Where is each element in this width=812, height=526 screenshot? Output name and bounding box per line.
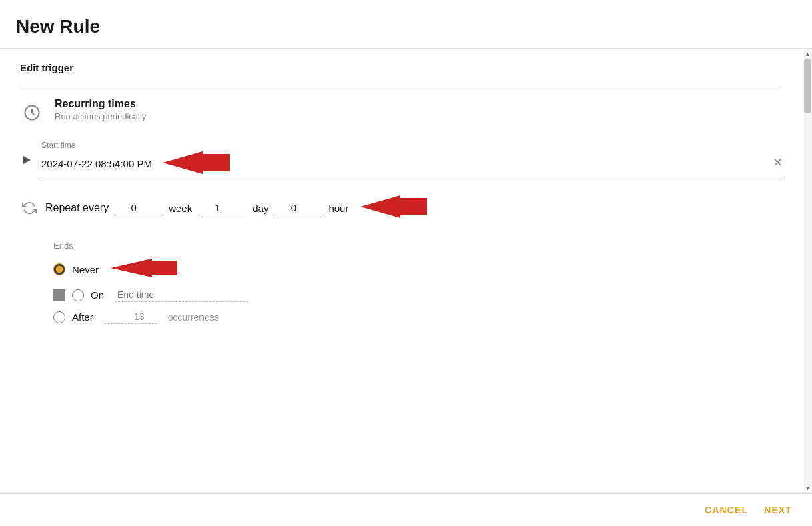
scrollbar[interactable]: ▲ ▼	[803, 49, 812, 493]
days-input[interactable]	[199, 201, 246, 215]
repeat-every-row: Repeat every week day hour	[20, 195, 783, 221]
arrow-annotation-repeat	[360, 195, 427, 221]
ends-label: Ends	[53, 241, 783, 251]
cancel-button[interactable]: CANCEL	[705, 505, 748, 515]
arrow-annotation-start	[163, 151, 230, 176]
svg-marker-4	[111, 259, 177, 277]
hour-unit-label: hour	[328, 203, 348, 214]
next-button[interactable]: NEXT	[764, 505, 792, 515]
dialog: New Rule Edit trigger Recurring times Ru…	[0, 0, 812, 526]
repeat-icon	[20, 199, 39, 217]
arrow-annotation-never	[111, 259, 177, 280]
scroll-down-button[interactable]: ▼	[803, 483, 813, 493]
after-row: After occurrences	[53, 310, 783, 324]
hours-input[interactable]	[275, 201, 322, 215]
weeks-input[interactable]	[115, 201, 162, 215]
play-icon[interactable]	[20, 153, 33, 167]
trigger-content: Recurring times Run actions periodically	[55, 98, 783, 121]
on-extra	[115, 288, 248, 302]
svg-marker-2	[163, 151, 230, 174]
day-unit-label: day	[252, 203, 268, 214]
trigger-type-row: Recurring times Run actions periodically	[20, 98, 783, 125]
radio-on[interactable]	[72, 289, 84, 301]
stop-icon	[53, 289, 65, 301]
clear-start-time-button[interactable]: ✕	[773, 155, 783, 170]
start-time-row: Start time 2024-07-22 08:54:00 PM ✕	[20, 141, 783, 179]
after-extra: occurrences	[104, 310, 219, 324]
scroll-up-button[interactable]: ▲	[803, 49, 813, 59]
content-area: Edit trigger Recurring times Run actions…	[0, 49, 803, 493]
dialog-footer: CANCEL NEXT	[0, 493, 812, 526]
radio-after[interactable]	[53, 311, 65, 323]
occurrences-input[interactable]	[104, 310, 157, 324]
svg-marker-3	[360, 195, 427, 218]
week-unit-label: week	[169, 203, 192, 214]
after-radio-group: After	[53, 311, 93, 323]
section-divider	[20, 87, 783, 87]
radio-never-label[interactable]: Never	[72, 264, 99, 275]
start-time-value: 2024-07-22 08:54:00 PM	[41, 151, 783, 179]
occurrences-label: occurrences	[168, 312, 219, 323]
trigger-desc: Run actions periodically	[55, 111, 783, 121]
radio-never[interactable]	[53, 263, 65, 275]
dialog-body: Edit trigger Recurring times Run actions…	[0, 49, 812, 493]
svg-marker-1	[23, 156, 31, 164]
end-time-input[interactable]	[115, 288, 248, 302]
scrollbar-thumb[interactable]	[804, 59, 811, 113]
start-time-label: Start time	[41, 141, 783, 150]
on-row: On	[53, 288, 783, 302]
section-title: Edit trigger	[20, 62, 783, 73]
trigger-name: Recurring times	[55, 98, 783, 110]
dialog-header: New Rule	[0, 0, 812, 49]
radio-on-label[interactable]: On	[91, 289, 104, 301]
scrollbar-track	[803, 59, 812, 483]
on-radio-group: On	[53, 289, 104, 301]
radio-after-label[interactable]: After	[72, 311, 93, 323]
ends-section: Ends Never	[53, 241, 783, 324]
repeat-every-label: Repeat every	[45, 202, 109, 214]
radio-row-never: Never	[53, 259, 783, 280]
clock-icon	[20, 101, 44, 125]
page-title: New Rule	[16, 16, 796, 37]
start-time-field: Start time 2024-07-22 08:54:00 PM ✕	[41, 141, 783, 179]
